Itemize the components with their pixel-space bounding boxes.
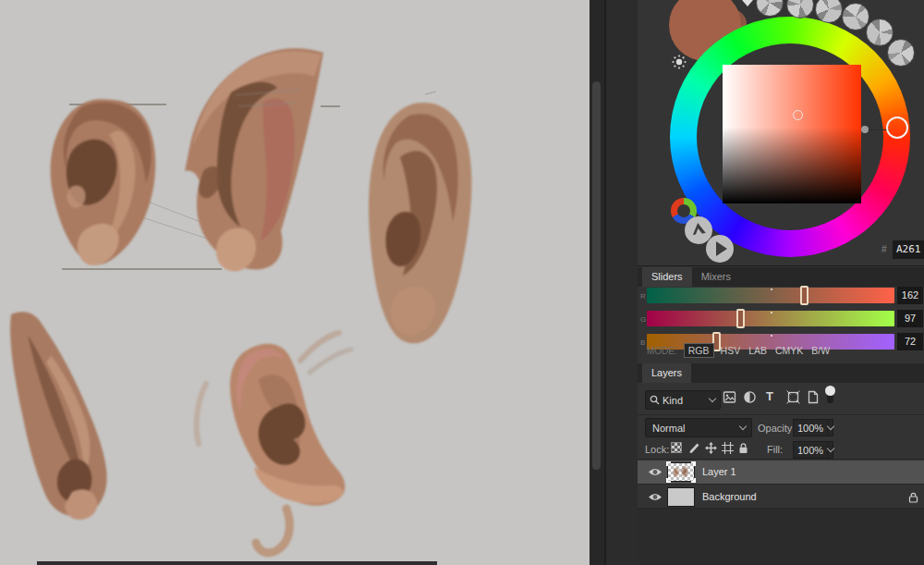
layer-thumbnail[interactable] bbox=[667, 487, 695, 507]
opacity-chevron[interactable] bbox=[827, 420, 833, 436]
selection-bracket bbox=[691, 478, 696, 483]
mode-label: MODE: bbox=[647, 346, 677, 356]
fill-dropdown[interactable]: 100% bbox=[793, 441, 833, 459]
visibility-eye-icon[interactable] bbox=[648, 492, 663, 502]
ear-sketch-2 bbox=[176, 42, 337, 282]
dial-knob-5[interactable] bbox=[866, 18, 894, 46]
slider-handle-g[interactable] bbox=[736, 309, 745, 328]
slider-handle-r[interactable] bbox=[800, 286, 808, 305]
filter-image-icon[interactable] bbox=[723, 390, 736, 404]
opacity-value: 100% bbox=[794, 423, 827, 434]
slider-label-g: G bbox=[640, 315, 646, 324]
lock-all-icon[interactable] bbox=[737, 442, 749, 454]
chevron-down-icon bbox=[709, 395, 716, 402]
hue-ring-marker[interactable] bbox=[886, 117, 908, 139]
layers-tabbar: Layers bbox=[638, 363, 924, 383]
slider-value-g[interactable]: 97 bbox=[897, 310, 923, 327]
lock-label: Lock: bbox=[645, 444, 669, 455]
fill-chevron[interactable] bbox=[827, 442, 833, 458]
slider-center-tick bbox=[771, 312, 772, 313]
filter-smart-object-icon[interactable] bbox=[807, 390, 820, 404]
mode-hsv[interactable]: HSV bbox=[721, 345, 741, 356]
play-button[interactable] bbox=[706, 235, 734, 263]
filter-frame-icon[interactable] bbox=[786, 390, 800, 404]
panel-gutter bbox=[590, 0, 638, 565]
lock-artboard-icon[interactable] bbox=[722, 442, 734, 454]
selection-bracket bbox=[666, 461, 671, 466]
ear-sketch-5 bbox=[189, 328, 360, 559]
dial-knob-6[interactable] bbox=[887, 39, 915, 67]
visibility-eye-icon[interactable] bbox=[648, 467, 663, 477]
layer-lock-badge-icon bbox=[908, 492, 918, 503]
slider-track-g[interactable] bbox=[647, 311, 894, 326]
hex-input[interactable]: A261 bbox=[893, 240, 924, 259]
brightness-sun-icon[interactable] bbox=[671, 54, 687, 70]
search-icon bbox=[650, 395, 660, 405]
ear-sketch-4 bbox=[0, 307, 139, 524]
mode-cmyk[interactable]: CMYK bbox=[775, 345, 803, 356]
gutter-divider bbox=[604, 0, 606, 565]
lock-brush-icon[interactable] bbox=[688, 442, 700, 454]
document-canvas[interactable] bbox=[0, 0, 590, 565]
filter-type-icon[interactable]: T bbox=[766, 389, 773, 403]
slider-value-r[interactable]: 162 bbox=[897, 287, 923, 304]
lock-transparent-icon[interactable] bbox=[671, 442, 682, 453]
layer-name[interactable]: Background bbox=[702, 491, 757, 502]
fill-label: Fill: bbox=[767, 444, 783, 455]
lock-move-icon[interactable] bbox=[705, 442, 717, 454]
layer-name[interactable]: Layer 1 bbox=[702, 466, 736, 477]
dial-knob-2[interactable] bbox=[786, 0, 814, 18]
rgb-wheel-icon-hole bbox=[677, 204, 690, 217]
saturation-value-square[interactable] bbox=[723, 65, 861, 203]
blend-mode-value: Normal bbox=[646, 423, 740, 434]
slider-track-r[interactable] bbox=[647, 288, 894, 303]
top-pointer-icon bbox=[742, 0, 753, 6]
chevron-down-icon bbox=[827, 423, 834, 430]
blend-mode-dropdown[interactable]: Normal bbox=[645, 418, 752, 437]
tab-layers[interactable]: Layers bbox=[642, 363, 691, 383]
layer-thumbnail[interactable] bbox=[667, 462, 695, 482]
mode-lab[interactable]: LAB bbox=[748, 345, 767, 356]
tab-sliders[interactable]: Sliders bbox=[642, 267, 692, 287]
chevron-down-icon bbox=[739, 423, 747, 430]
slider-center-tick bbox=[771, 335, 772, 337]
fill-value: 100% bbox=[794, 445, 827, 456]
layers-panel: Layers Kind T bbox=[638, 363, 924, 565]
slider-center-tick bbox=[771, 289, 772, 290]
slider-label-r: R bbox=[640, 292, 646, 301]
filter-adjustment-icon[interactable] bbox=[743, 390, 757, 404]
thumb-paint bbox=[673, 467, 679, 477]
layers-empty-area bbox=[638, 509, 924, 565]
hue-dot-handle[interactable] bbox=[861, 126, 869, 133]
ear-sketch-3 bbox=[349, 92, 488, 351]
dial-knob-1[interactable] bbox=[756, 0, 784, 17]
triangle-right-icon bbox=[716, 241, 727, 256]
mode-row: MODE: RGB HSV LAB CMYK B/W bbox=[647, 343, 838, 358]
sliders-tabbar: Sliders Mixers bbox=[638, 267, 924, 287]
triangle-up-inner-icon bbox=[695, 227, 703, 235]
tab-mixers[interactable]: Mixers bbox=[692, 267, 740, 287]
sv-marker[interactable] bbox=[793, 110, 803, 120]
toggle-knob bbox=[825, 386, 835, 396]
canvas-scrollbar[interactable] bbox=[592, 81, 601, 470]
layer-filter-kind-dropdown[interactable]: Kind bbox=[645, 390, 721, 410]
filter-toggle-switch[interactable] bbox=[825, 386, 835, 403]
layer-row-background[interactable]: Background bbox=[638, 485, 924, 509]
hex-prefix: # bbox=[881, 244, 887, 254]
opacity-dropdown[interactable]: 100% bbox=[793, 419, 833, 436]
dial-knob-4[interactable] bbox=[842, 3, 869, 31]
right-panel: # A261 Sliders Mixers R 162 G 97 B 72 bbox=[638, 0, 924, 565]
mode-bw[interactable]: B/W bbox=[811, 345, 830, 356]
chevron-down-icon bbox=[827, 445, 834, 452]
mode-rgb[interactable]: RGB bbox=[684, 343, 714, 358]
slider-label-b: B bbox=[640, 338, 645, 347]
selection-bracket bbox=[666, 478, 671, 483]
layer-row-layer1[interactable]: Layer 1 bbox=[638, 461, 924, 484]
color-picker-panel: # A261 bbox=[638, 0, 924, 266]
opacity-label: Opacity: bbox=[758, 423, 795, 434]
selection-bracket bbox=[691, 461, 696, 466]
slider-value-b[interactable]: 72 bbox=[897, 333, 923, 350]
separator bbox=[638, 414, 924, 415]
dial-knob-3[interactable] bbox=[815, 0, 843, 23]
separator bbox=[638, 459, 924, 460]
